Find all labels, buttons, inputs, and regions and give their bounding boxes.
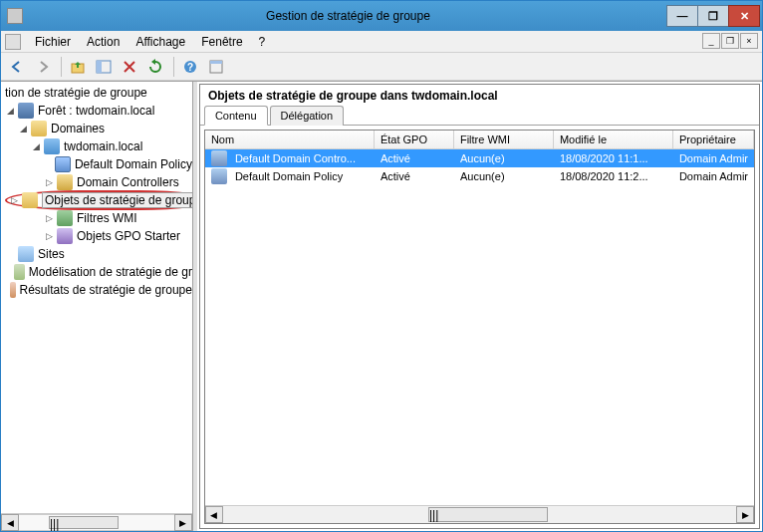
splitter[interactable] — [193, 82, 197, 531]
maximize-button[interactable]: ❐ — [697, 5, 729, 27]
mdi-restore[interactable]: ❐ — [721, 33, 739, 49]
up-folder-button[interactable] — [66, 55, 90, 79]
refresh-icon — [147, 59, 163, 75]
back-button[interactable] — [5, 55, 29, 79]
folder-up-icon — [70, 59, 86, 75]
toolbar-separator — [61, 57, 62, 77]
tab-delegation[interactable]: Délégation — [270, 106, 345, 126]
tree-domain-controllers[interactable]: ▷ Domain Controllers — [1, 173, 192, 191]
sites-icon — [18, 246, 34, 262]
tree-wmi-filters[interactable]: ▷ Filtres WMI — [1, 209, 192, 227]
scroll-right-button[interactable]: ▶ — [736, 506, 754, 523]
delete-icon — [122, 59, 137, 75]
help-button[interactable]: ? — [178, 55, 202, 79]
export-list-button[interactable] — [118, 55, 141, 79]
collapse-icon[interactable]: ◢ — [18, 124, 29, 134]
main-content: tion de stratégie de groupe ◢ Forêt : tw… — [1, 81, 762, 531]
help-icon: ? — [182, 59, 198, 75]
menu-help[interactable]: ? — [251, 33, 274, 51]
collapse-icon[interactable]: ◢ — [31, 141, 42, 152]
menu-bar: Fichier Action Affichage Fenêtre ? _ ❐ × — [1, 31, 762, 53]
col-wmi-filter[interactable]: Filtre WMI — [454, 131, 554, 148]
mdi-controls: _ ❐ × — [701, 33, 758, 49]
menu-action[interactable]: Action — [79, 33, 127, 51]
tree-domains[interactable]: ◢ Domaines — [1, 120, 192, 137]
tree-forest[interactable]: ◢ Forêt : twdomain.local — [1, 102, 192, 120]
svg-text:?: ? — [187, 62, 193, 73]
results-icon — [10, 282, 16, 298]
toolbar-separator — [173, 57, 174, 77]
tree-domain[interactable]: ◢ twdomain.local — [1, 137, 192, 155]
expand-icon[interactable]: ▷ — [44, 231, 55, 242]
scroll-track[interactable]: ||| — [223, 506, 736, 523]
console-tree[interactable]: tion de stratégie de groupe ◢ Forêt : tw… — [1, 82, 192, 513]
cell-wmi: Aucun(e) — [454, 152, 554, 164]
tree-gpo-objects[interactable]: ▷ Objets de stratégie de groupe — [1, 191, 192, 209]
expand-icon[interactable]: ▷ — [44, 177, 55, 188]
cell-state: Activé — [375, 170, 454, 182]
mdi-minimize[interactable]: _ — [702, 33, 720, 49]
tree-panel: tion de stratégie de groupe ◢ Forêt : tw… — [1, 82, 193, 531]
tree-sites[interactable]: Sites — [1, 245, 192, 263]
scroll-left-button[interactable]: ◀ — [205, 506, 223, 523]
tree-h-scrollbar[interactable]: ◀ ||| ▶ — [1, 513, 192, 531]
tree-results[interactable]: Résultats de stratégie de groupe — [1, 281, 192, 299]
scroll-left-button[interactable]: ◀ — [1, 514, 19, 531]
window-title: Gestion de stratégie de groupe — [29, 9, 667, 23]
tab-strip: Contenu Délégation — [200, 105, 759, 126]
app-icon — [7, 8, 23, 24]
tree-pane-icon — [96, 59, 112, 75]
starter-label: Objets GPO Starter — [77, 229, 180, 243]
minimize-button[interactable]: — — [666, 5, 698, 27]
dc-label: Domain Controllers — [77, 175, 179, 189]
scroll-right-button[interactable]: ▶ — [174, 514, 192, 531]
col-modified[interactable]: Modifié le — [554, 131, 673, 148]
title-bar: Gestion de stratégie de groupe — ❐ ✕ — [1, 1, 762, 31]
gpo-listview[interactable]: Nom État GPO Filtre WMI Modifié le Propr… — [204, 130, 755, 524]
menu-file[interactable]: Fichier — [27, 33, 79, 51]
list-h-scrollbar[interactable]: ◀ ||| ▶ — [205, 505, 754, 523]
cell-name: Default Domain Contro... — [205, 150, 375, 166]
menu-window[interactable]: Fenêtre — [193, 33, 250, 51]
col-gpo-state[interactable]: État GPO — [375, 131, 454, 148]
toolbar: ? — [1, 53, 762, 81]
domain-icon — [44, 138, 60, 154]
folder-icon — [31, 121, 47, 136]
scroll-track[interactable]: ||| — [19, 514, 174, 531]
refresh-button[interactable] — [143, 55, 167, 79]
close-button[interactable]: ✕ — [728, 5, 760, 27]
menu-view[interactable]: Affichage — [127, 33, 193, 51]
tab-content[interactable]: Contenu — [204, 106, 268, 126]
forward-button[interactable] — [31, 55, 55, 79]
show-hide-tree-button[interactable] — [92, 55, 116, 79]
arrow-left-icon — [9, 59, 25, 75]
cell-owner: Domain Admir — [673, 152, 754, 164]
listview-header: Nom État GPO Filtre WMI Modifié le Propr… — [205, 131, 754, 149]
listview-body: Default Domain Contro... Activé Aucun(e)… — [205, 149, 754, 505]
tree-modeling[interactable]: Modélisation de stratégie de gr — [1, 263, 192, 281]
modeling-icon — [14, 264, 25, 280]
expand-icon[interactable]: ▷ — [9, 195, 20, 206]
mdi-close[interactable]: × — [740, 33, 758, 49]
col-name[interactable]: Nom — [205, 131, 375, 148]
scroll-thumb[interactable]: ||| — [428, 507, 548, 522]
expand-icon[interactable]: ▷ — [44, 213, 55, 224]
wmi-label: Filtres WMI — [77, 211, 137, 225]
tree-root[interactable]: tion de stratégie de groupe — [1, 84, 192, 102]
list-row[interactable]: Default Domain Contro... Activé Aucun(e)… — [205, 149, 754, 167]
gpo-folder-icon — [22, 192, 38, 208]
col-owner[interactable]: Propriétaire — [673, 131, 754, 148]
tree-default-policy[interactable]: Default Domain Policy — [1, 155, 192, 173]
gpo-objects-label: Objets de stratégie de groupe — [42, 192, 192, 208]
cell-owner: Domain Admir — [673, 170, 754, 182]
collapse-icon[interactable]: ◢ — [5, 106, 16, 117]
scroll-thumb[interactable]: ||| — [49, 516, 119, 529]
tree-starter-gpo[interactable]: ▷ Objets GPO Starter — [1, 227, 192, 245]
mmc-icon — [5, 34, 21, 50]
gpo-icon — [211, 150, 227, 166]
gpo-link-icon — [55, 156, 71, 172]
cell-modified: 18/08/2020 11:1... — [554, 152, 673, 164]
properties-button[interactable] — [204, 55, 228, 79]
list-row[interactable]: Default Domain Policy Activé Aucun(e) 18… — [205, 167, 754, 185]
details-panel: Objets de stratégie de groupe dans twdom… — [199, 84, 760, 529]
